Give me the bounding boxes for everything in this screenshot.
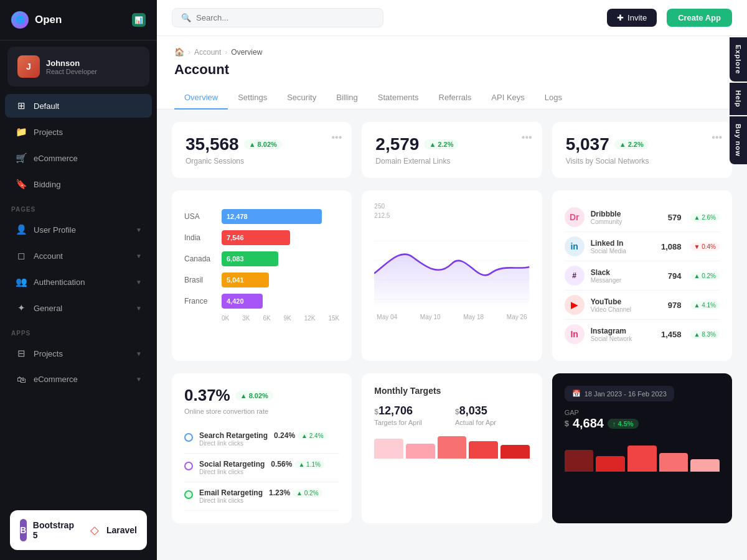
sidebar-item-default[interactable]: ⊞ Default [5,94,152,118]
bar-chart-card: USA 12,478 India 7,546 [172,190,352,361]
targets-title: Monthly Targets [374,386,529,396]
invite-button[interactable]: ✚ Invite [607,9,657,27]
sidebar-item-app-ecommerce[interactable]: 🛍 eCommerce ▼ [5,368,152,391]
tab-overview[interactable]: Overview [174,86,228,110]
tab-logs[interactable]: Logs [535,86,572,110]
section-apps: APPS [0,321,157,340]
page-header: 🏠 › Account › Overview Account Overview … [157,36,747,110]
axis-label: 9K [284,315,291,322]
search-input[interactable] [196,13,374,22]
tab-settings[interactable]: Settings [228,86,277,110]
conv-val: 0.56% [271,460,292,469]
bar-value: 12,478 [227,213,248,220]
social-count: 1,088 [661,242,682,251]
gap-label: GAP [565,409,720,416]
help-action[interactable]: Help [730,83,747,115]
social-info: Instagram Social Network [591,327,655,342]
gap-card: 📅 18 Jan 2023 - 16 Feb 2023 GAP $ 4,684 … [552,373,732,523]
stat-value: 2,579 ▲ 2.2% [375,134,528,154]
more-options-icon[interactable]: ••• [332,132,342,143]
sidebar-item-label: Default [34,101,59,111]
line-chart-card: 250 212.5 [362,190,542,361]
date-label: May 04 [377,314,397,320]
create-app-button[interactable]: Create App [667,9,732,27]
sidebar-item-label: Authentication [34,278,85,287]
sidebar-item-authentication[interactable]: 👥 Authentication ▼ [5,270,152,294]
plus-icon: ✚ [617,13,624,22]
social-change: ▲ 0.2% [690,272,720,280]
sidebar-item-label: General [34,304,62,313]
social-count: 1,458 [661,330,682,339]
social-item-linkedin: in Linked In Social Media 1,088 ▼ 0.4% [565,232,720,261]
conv-item-search: Search Retargeting Direct link clicks 0.… [184,425,339,454]
conv-item-sub: Direct link clicks [199,497,263,504]
social-change: ▲ 2.6% [690,213,720,222]
sidebar-item-account[interactable]: ◻ Account ▼ [5,244,152,268]
target-label: Actual for Apr [455,419,530,426]
gap-amount: $ 4,684 ↑ 4.5% [565,416,720,431]
social-item-slack: # Slack Messanger 794 ▲ 0.2% [565,261,720,291]
tab-statements[interactable]: Statements [368,86,429,110]
date-label: May 18 [463,314,484,320]
app-ecommerce-icon: 🛍 [15,374,27,385]
tab-billing[interactable]: Billing [326,86,368,110]
bar-label: India [184,233,215,242]
social-name: Dribbble [591,210,662,218]
buy-now-action[interactable]: Buy now [730,116,747,164]
more-options-icon[interactable]: ••• [522,132,532,143]
sidebar-item-general[interactable]: ✦ General ▼ [5,296,152,320]
bar-row-usa: USA 12,478 [184,209,339,224]
conv-val: 0.24% [274,431,295,440]
social-change: ▲ 8.3% [690,330,720,338]
ecommerce-icon: 🛒 [15,152,27,164]
stat-number-text: 35,568 [186,134,239,154]
monthly-targets-card: Monthly Targets $12,706 Targets for Apri… [362,373,542,523]
sidebar-item-ecommerce[interactable]: 🛒 eCommerce [5,146,152,170]
tab-api-keys[interactable]: API Keys [481,86,534,110]
instagram-logo: In [565,324,585,344]
calendar-icon: 📅 [572,390,581,398]
social-type: Video Channel [591,306,662,313]
conv-dot [184,462,193,470]
stat-badge: ▲ 2.2% [614,139,649,149]
conv-item-info: Email Retargeting Direct link clicks [199,488,263,504]
sidebar-item-projects[interactable]: 📁 Projects [5,120,152,144]
bar-row-canada: Canada 6,083 [184,251,339,266]
social-info: Dribbble Community [591,210,662,225]
chevron-down-icon: ▼ [136,253,142,259]
user-profile-icon: 👤 [15,224,27,235]
bar-axis: 0K 3K 6K 9K 12K 15K [184,315,339,322]
stat-value: 5,037 ▲ 2.2% [566,134,718,154]
tab-referrals[interactable]: Referrals [429,86,482,110]
target-amount: $12,706 [374,404,449,418]
bootstrap-label: Bootstrap 5 [33,520,74,540]
logo-chart-icon: 📊 [132,13,146,27]
sidebar-item-user-profile[interactable]: 👤 User Profile ▼ [5,218,152,241]
conv-item-info: Search Retargeting Direct link clicks [199,431,268,447]
chevron-down-icon: ▼ [136,279,142,286]
user-card[interactable]: J Johnson React Developer [7,47,149,86]
conv-badge: ▲ 2.4% [298,432,327,440]
bar-value: 4,420 [227,297,244,305]
social-info: Linked In Social Media [591,239,655,254]
conv-item-sub: Direct link clicks [199,469,265,475]
more-options-icon[interactable]: ••• [712,132,722,143]
stat-badge: ▲ 8.02% [244,139,282,149]
linkedin-logo: in [565,236,585,256]
explore-action[interactable]: Explore [730,37,747,82]
page-title: Account [174,62,730,78]
sidebar-item-label: eCommerce [34,154,78,163]
sidebar-item-app-projects[interactable]: ⊟ Projects ▼ [5,342,152,365]
breadcrumb-account[interactable]: Account [194,48,221,57]
sidebar-item-bidding[interactable]: 🔖 Bidding [5,172,152,196]
social-count: 579 [668,213,682,222]
laravel-section: ◇ Laravel [90,523,137,537]
conv-item-title: Social Retargeting [199,460,265,469]
date-label: May 10 [420,314,441,320]
chevron-down-icon: ▼ [136,305,142,312]
search-box[interactable]: 🔍 [172,8,383,27]
target-amount: $8,035 [455,404,530,418]
gap-change-badge: ↑ 4.5% [608,419,639,429]
bar-value: 5,041 [227,276,244,284]
tab-security[interactable]: Security [277,86,326,110]
